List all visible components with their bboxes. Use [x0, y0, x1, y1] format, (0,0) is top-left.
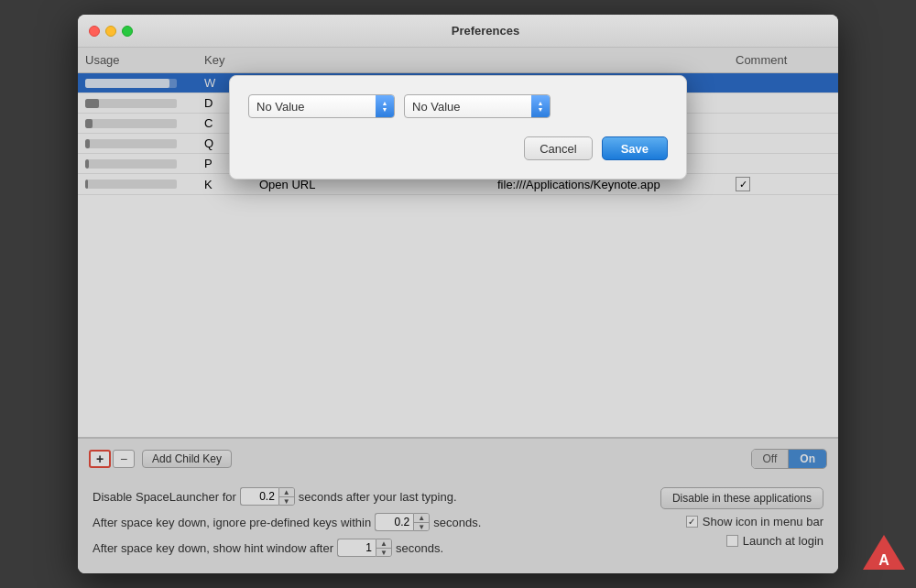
maximize-button[interactable]	[122, 26, 133, 37]
dropdown-1-arrow: ▲ ▼	[376, 95, 394, 117]
avast-icon: A	[861, 533, 907, 579]
modal-dropdown-1[interactable]: No Value ▲ ▼	[248, 94, 395, 118]
modal-dropdown-2[interactable]: No Value ▲ ▼	[404, 94, 551, 118]
dropdown-2-arrow: ▲ ▼	[531, 95, 550, 117]
close-button[interactable]	[89, 26, 100, 37]
modal-buttons: Cancel Save	[248, 136, 668, 160]
content-area: Usage Key Comment W	[78, 48, 838, 573]
traffic-lights	[89, 26, 133, 37]
svg-text:A: A	[878, 552, 889, 568]
modal-dropdowns: No Value ▲ ▼ No Value ▲ ▼	[248, 94, 668, 118]
save-button[interactable]: Save	[602, 136, 668, 160]
modal-dialog: No Value ▲ ▼ No Value ▲ ▼	[229, 75, 687, 180]
window-title: Preferences	[144, 24, 827, 38]
minimize-button[interactable]	[105, 26, 116, 37]
main-window: Preferences Usage Key Comment	[78, 15, 838, 573]
modal-overlay: No Value ▲ ▼ No Value ▲ ▼	[78, 48, 838, 573]
dropdown-1-value: No Value	[249, 100, 376, 114]
cancel-button[interactable]: Cancel	[524, 136, 592, 160]
title-bar: Preferences	[78, 15, 838, 48]
dropdown-2-value: No Value	[405, 100, 531, 114]
